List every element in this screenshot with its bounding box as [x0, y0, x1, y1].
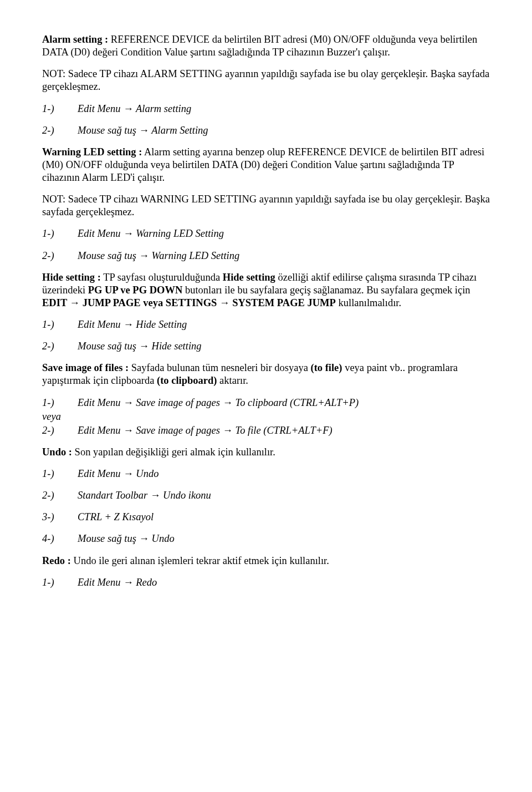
heading-hide-setting: Hide setting : [42, 272, 101, 283]
step-text: Mouse sağ tuş → Warning LED Setting [78, 250, 239, 262]
bold-to-clipboard: (to clipboard) [157, 375, 217, 386]
step-text: CTRL + Z Kısayol [78, 511, 154, 524]
step-text: Edit Menu → Undo [78, 468, 158, 480]
step-text: Mouse sağ tuş → Undo [78, 532, 175, 545]
step-2-save: 2-) Edit Menu → Save image of pages → To… [42, 424, 490, 437]
step-number: 1-) [42, 397, 78, 409]
step-text: Edit Menu → Hide Setting [78, 318, 187, 331]
step-number: 1-) [42, 468, 78, 480]
step-2-alarm: 2-) Mouse sağ tuş → Alarm Setting [42, 124, 490, 137]
heading-undo: Undo : [42, 446, 72, 458]
step-1-hide: 1-) Edit Menu → Hide Setting [42, 318, 490, 331]
step-text: Edit Menu → Redo [78, 576, 157, 589]
step-4-undo: 4-) Mouse sağ tuş → Undo [42, 532, 490, 545]
step-2-undo: 2-) Standart Toolbar → Undo ikonu [42, 489, 490, 502]
step-1-redo: 1-) Edit Menu → Redo [42, 576, 490, 589]
bold-hide-setting: Hide setting [223, 272, 275, 283]
paragraph-warning-led: Warning LED setting : Alarm setting ayar… [42, 146, 490, 184]
bold-to-file: (to file) [310, 362, 342, 373]
step-number: 1-) [42, 103, 78, 115]
step-1-save: 1-) Edit Menu → Save image of pages → To… [42, 397, 490, 409]
step-text: Mouse sağ tuş → Hide setting [78, 340, 202, 353]
text: aktarır. [217, 375, 248, 386]
text: Undo ile geri alınan işlemleri tekrar ak… [71, 555, 329, 566]
paragraph-redo: Redo : Undo ile geri alınan işlemleri te… [42, 555, 490, 567]
heading-warning-led: Warning LED setting : [42, 146, 142, 158]
step-1-alarm: 1-) Edit Menu → Alarm setting [42, 103, 490, 115]
heading-save-image: Save image of files : [42, 362, 129, 373]
text: TP sayfası oluşturulduğunda [101, 272, 223, 283]
step-text: Edit Menu → Save image of pages → To fil… [78, 424, 332, 437]
step-number: 2-) [42, 124, 78, 137]
paragraph-alarm-note: NOT: Sadece TP cihazı ALARM SETTING ayar… [42, 68, 490, 93]
heading-alarm-setting: Alarm setting : [42, 34, 108, 45]
bold-pgup-pgdown: PG UP ve PG DOWN [88, 285, 183, 296]
step-text: Edit Menu → Warning LED Setting [78, 227, 224, 240]
step-number: 4-) [42, 532, 78, 545]
bold-edit-jump: EDIT → JUMP PAGE veya SETTINGS → SYSTEM … [42, 297, 336, 308]
text: Sayfada bulunan tüm nesneleri bir dosyay… [129, 362, 310, 373]
step-number: 2-) [42, 424, 78, 437]
text: butonları ile bu sayfalara geçiş sağlana… [182, 285, 470, 296]
step-number: 2-) [42, 340, 78, 353]
step-1-warning: 1-) Edit Menu → Warning LED Setting [42, 227, 490, 240]
text: Son yapılan değişikliği geri almak için … [72, 446, 275, 458]
step-number: 3-) [42, 511, 78, 524]
step-text: Mouse sağ tuş → Alarm Setting [78, 124, 208, 137]
step-1-undo: 1-) Edit Menu → Undo [42, 468, 490, 480]
step-number: 1-) [42, 227, 78, 240]
step-2-hide: 2-) Mouse sağ tuş → Hide setting [42, 340, 490, 353]
step-text: Edit Menu → Alarm setting [78, 103, 191, 115]
paragraph-alarm-setting: Alarm setting : REFERENCE DEVICE da beli… [42, 33, 490, 59]
step-text: Standart Toolbar → Undo ikonu [78, 489, 211, 502]
paragraph-save-image: Save image of files : Sayfada bulunan tü… [42, 362, 490, 387]
step-number: 2-) [42, 250, 78, 262]
step-number: 1-) [42, 318, 78, 331]
paragraph-warning-note: NOT: Sadece TP cihazı WARNING LED SETTIN… [42, 193, 490, 219]
step-text: Edit Menu → Save image of pages → To cli… [78, 397, 359, 409]
paragraph-hide-setting: Hide setting : TP sayfası oluşturulduğun… [42, 271, 490, 309]
paragraph-undo: Undo : Son yapılan değişikliği geri alma… [42, 446, 490, 459]
step-number: 1-) [42, 576, 78, 589]
text: kullanılmalıdır. [336, 297, 401, 308]
step-3-undo: 3-) CTRL + Z Kısayol [42, 511, 490, 524]
step-number: 2-) [42, 489, 78, 502]
text-veya: veya [42, 410, 490, 423]
heading-redo: Redo : [42, 555, 71, 566]
step-2-warning: 2-) Mouse sağ tuş → Warning LED Setting [42, 250, 490, 262]
